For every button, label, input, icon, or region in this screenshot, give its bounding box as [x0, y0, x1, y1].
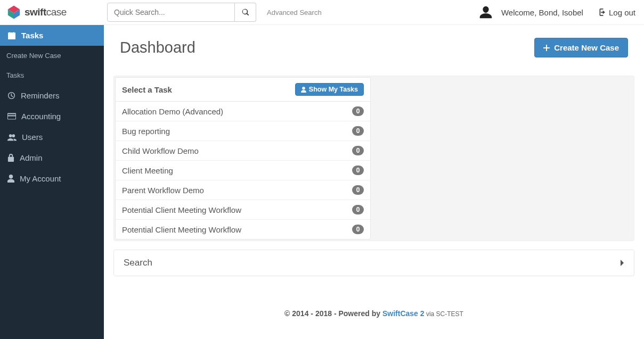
user-icon — [7, 175, 14, 183]
sidebar-item-admin[interactable]: Admin — [0, 147, 104, 168]
task-count-badge: 0 — [352, 106, 364, 116]
task-panel: Select a Task Show My Tasks Allocation D… — [115, 77, 371, 239]
task-row[interactable]: Child Workflow Demo0 — [116, 141, 370, 161]
task-row[interactable]: Potential Client Meeting Workflow0 — [116, 200, 370, 220]
plus-icon — [543, 45, 550, 51]
quick-search — [107, 3, 256, 22]
task-panel-header: Select a Task — [122, 85, 295, 94]
task-row[interactable]: Bug reporting0 — [116, 121, 370, 141]
users-icon — [7, 134, 17, 141]
search-icon — [242, 9, 249, 16]
chevron-right-icon — [620, 260, 624, 266]
card-icon — [7, 113, 16, 120]
footer: © 2014 - 2018 - Powered by SwiftCase 2 v… — [113, 309, 634, 318]
footer-link[interactable]: SwiftCase 2 — [382, 309, 425, 318]
topbar: swiftcase Advanced Search Welcome, Bond,… — [0, 0, 644, 25]
task-row[interactable]: Client Meeting0 — [116, 161, 370, 180]
calendar-icon — [7, 31, 16, 40]
task-row[interactable]: Parent Workflow Demo0 — [116, 180, 370, 200]
task-row[interactable]: Potential Client Meeting Workflow0 — [116, 220, 370, 239]
quick-search-input[interactable] — [107, 3, 235, 22]
task-count-badge: 0 — [352, 185, 364, 195]
logout-icon — [597, 9, 606, 16]
sidebar-item-reminders[interactable]: Reminders — [0, 85, 104, 106]
sidebar: Tasks Create New Case Tasks Reminders Ac… — [0, 25, 104, 339]
advanced-search-link[interactable]: Advanced Search — [267, 9, 322, 16]
sidebar-sub-tasks[interactable]: Tasks — [0, 65, 104, 85]
show-my-tasks-button[interactable]: Show My Tasks — [295, 83, 364, 96]
quick-search-button[interactable] — [235, 3, 256, 22]
sidebar-item-accounting[interactable]: Accounting — [0, 106, 104, 127]
task-count-badge: 0 — [352, 205, 364, 214]
brand-logo[interactable]: swiftcase — [0, 5, 104, 20]
logout-button[interactable]: Log out — [597, 8, 635, 17]
page-title: Dashboard — [120, 39, 195, 56]
main-content: Dashboard Create New Case Select a Task … — [104, 25, 644, 339]
sidebar-sub-create-case[interactable]: Create New Case — [0, 46, 104, 65]
brand-name: swiftcase — [25, 6, 67, 18]
user-icon — [301, 87, 306, 93]
welcome-text: Welcome, Bond, Isobel — [501, 8, 583, 17]
lock-icon — [7, 154, 14, 162]
sidebar-item-users[interactable]: Users — [0, 127, 104, 147]
task-row[interactable]: Allocation Demo (Advanced)0 — [116, 102, 370, 121]
task-count-badge: 0 — [352, 225, 364, 234]
search-panel-toggle[interactable]: Search — [113, 250, 634, 276]
clock-icon — [7, 92, 15, 100]
user-avatar-icon — [478, 4, 494, 20]
task-count-badge: 0 — [352, 126, 364, 136]
swiftcase-logo-icon — [6, 5, 21, 20]
sidebar-item-my-account[interactable]: My Account — [0, 168, 104, 189]
create-new-case-button[interactable]: Create New Case — [534, 38, 628, 57]
sidebar-item-tasks[interactable]: Tasks — [0, 25, 104, 46]
task-count-badge: 0 — [352, 166, 364, 175]
search-panel-title: Search — [124, 258, 620, 268]
task-count-badge: 0 — [352, 146, 364, 155]
